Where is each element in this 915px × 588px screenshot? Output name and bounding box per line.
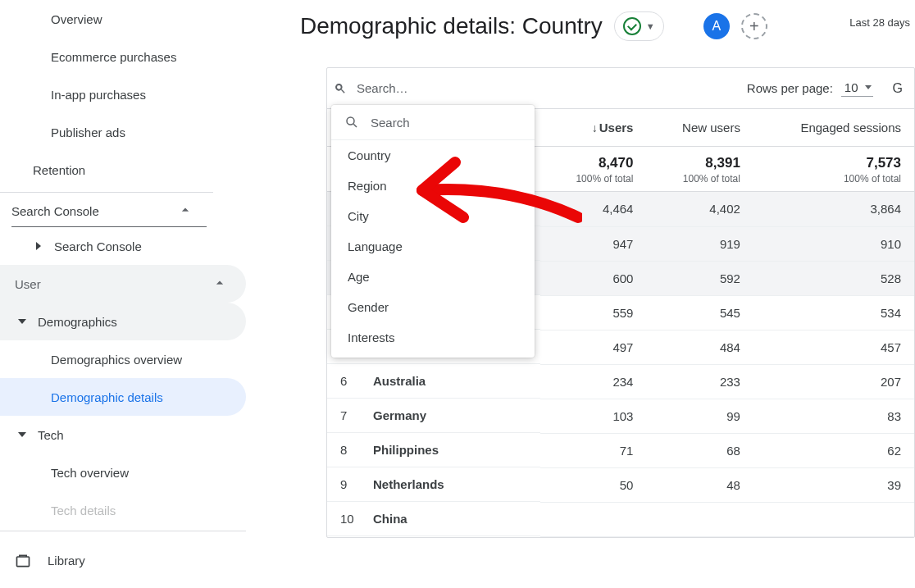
search-icon <box>334 82 347 95</box>
dropdown-option[interactable]: Age <box>331 262 535 292</box>
table-toolbar: Search… Rows per page: 10 G <box>327 68 914 109</box>
add-comparison-button[interactable]: + <box>741 13 767 39</box>
dropdown-search[interactable]: Search <box>331 105 535 140</box>
nav-demographics[interactable]: Demographics <box>0 303 246 340</box>
table-row[interactable]: 8Philippines716862 <box>327 433 914 467</box>
table-search[interactable]: Search… <box>334 81 747 95</box>
nav-ecommerce[interactable]: Ecommerce purchases <box>0 38 254 75</box>
divider <box>0 192 213 193</box>
nav-inapp[interactable]: In-app purchases <box>0 75 254 113</box>
page-title: Demographic details: Country <box>300 13 603 39</box>
nav-publisher[interactable]: Publisher ads <box>0 113 254 151</box>
nav-library[interactable]: Library <box>0 531 246 572</box>
nav-tech-overview[interactable]: Tech overview <box>0 454 254 491</box>
dropdown-option[interactable]: Interests <box>331 322 535 353</box>
go-to-letter: G <box>893 81 903 96</box>
triangle-icon <box>36 242 41 250</box>
chevron-down-icon: ▼ <box>646 21 655 31</box>
search-icon <box>344 115 359 130</box>
nav-tech-details[interactable]: Tech details <box>0 491 254 529</box>
nav-search-console[interactable]: Search Console <box>0 227 254 265</box>
section-label: Search Console <box>11 204 99 218</box>
table-row[interactable]: 7Germany1039983 <box>327 399 914 433</box>
avatar[interactable]: A <box>703 13 730 39</box>
svg-line-2 <box>353 124 357 127</box>
status-pill[interactable]: ▼ <box>614 11 664 41</box>
sort-desc-icon: ↓ <box>592 121 598 134</box>
triangle-icon <box>18 319 26 324</box>
col-new-users[interactable]: New users <box>646 109 753 147</box>
dropdown-option[interactable]: Gender <box>331 292 535 322</box>
chevron-up-icon <box>212 275 228 294</box>
plus-icon: + <box>749 17 759 36</box>
rows-per-page: Rows per page: 10 G <box>747 80 903 97</box>
nav-demographic-details[interactable]: Demographic details <box>0 378 246 416</box>
nav-tech[interactable]: Tech <box>0 416 254 454</box>
page-header: Demographic details: Country ▼ A + <box>300 11 767 41</box>
triangle-icon <box>18 432 26 437</box>
rows-per-page-label: Rows per page: <box>747 81 833 95</box>
dropdown-option[interactable]: Language <box>331 231 535 262</box>
dropdown-option[interactable]: City <box>331 201 535 231</box>
table-row[interactable]: 9Netherlands504839 <box>327 467 914 502</box>
table-row[interactable]: 6Australia234233207 <box>327 364 914 399</box>
svg-point-1 <box>347 117 354 125</box>
nav-retention[interactable]: Retention <box>0 151 254 189</box>
nav-demographics-overview[interactable]: Demographics overview <box>0 340 254 378</box>
rows-per-page-select[interactable]: 10 <box>841 80 873 97</box>
search-placeholder: Search… <box>357 81 408 95</box>
nav-overview[interactable]: Overview <box>0 0 254 38</box>
sidebar: Overview Ecommerce purchases In-app purc… <box>0 0 254 588</box>
date-range-picker[interactable]: Last 28 days <box>849 16 910 29</box>
dimension-dropdown: Search CountryRegionCityLanguageAgeGende… <box>331 105 535 358</box>
checkmark-icon <box>623 17 641 35</box>
library-icon <box>15 553 31 569</box>
dropdown-option[interactable]: Country <box>331 140 535 171</box>
dropdown-option[interactable]: Region <box>331 171 535 201</box>
col-users[interactable]: ↓Users <box>540 109 646 147</box>
section-user[interactable]: User <box>0 265 246 303</box>
svg-rect-0 <box>17 557 30 567</box>
section-search-console[interactable]: Search Console <box>11 196 207 227</box>
chevron-up-icon <box>177 202 193 221</box>
table-row[interactable]: 10China <box>327 502 914 536</box>
col-engaged[interactable]: Engaged sessions <box>753 109 914 147</box>
